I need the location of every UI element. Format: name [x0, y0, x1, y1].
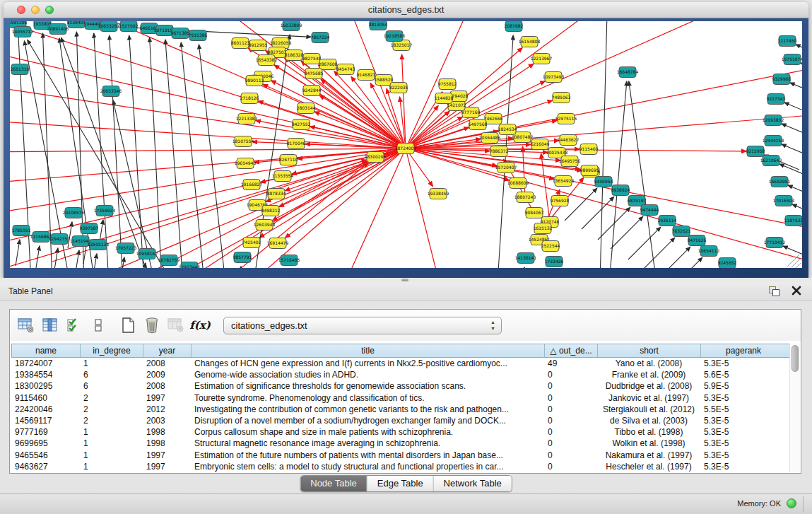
row-height-button[interactable] — [88, 315, 109, 336]
table-vertical-scrollbar[interactable] — [789, 344, 800, 472]
graph-node-label: 8427552 — [292, 122, 311, 127]
black-edge[interactable] — [565, 188, 597, 221]
table-row[interactable]: 946362711997Embryonic stem cells: a mode… — [11, 461, 791, 472]
delete-table-button[interactable] — [165, 315, 187, 336]
black-edge[interactable] — [782, 124, 802, 139]
close-panel-icon[interactable] — [791, 285, 802, 296]
table-toolbar: f(x) citations_edges.txt ▲▼ — [10, 310, 801, 341]
black-edge[interactable] — [582, 197, 614, 229]
float-panel-icon[interactable] — [769, 286, 779, 296]
table-selector-combobox[interactable]: citations_edges.txt ▲▼ — [223, 317, 502, 334]
network-canvas-svg[interactable]: 8601123891295518226058982750316543382818… — [10, 21, 802, 268]
cell-pr: 5.3E-5 — [700, 358, 785, 369]
red-edge[interactable] — [406, 148, 802, 233]
black-edge[interactable] — [609, 81, 627, 268]
black-edge[interactable] — [237, 267, 241, 268]
tab-node-table[interactable]: Node Table — [300, 476, 367, 491]
black-edge[interactable] — [611, 216, 643, 249]
black-edge[interactable] — [35, 246, 40, 268]
show-columns-button[interactable] — [40, 315, 61, 336]
red-edge[interactable] — [285, 148, 406, 191]
black-edge[interactable] — [165, 40, 183, 268]
window-titlebar[interactable]: citations_edges.txt — [4, 2, 808, 18]
tab-edge-table[interactable]: Edge Table — [367, 476, 434, 491]
column-header-title[interactable]: title — [192, 344, 545, 357]
black-edge[interactable] — [782, 144, 802, 159]
black-edge[interactable] — [199, 45, 225, 268]
node-table: name in_degree year title △ out_de... sh… — [11, 344, 791, 472]
table-row[interactable]: 946554611997Estimation of the future num… — [11, 450, 791, 461]
table-row[interactable]: 1456911722003Disruption of a novel membe… — [11, 415, 791, 426]
network-canvas[interactable]: 8601123891295518226058982750316543382818… — [10, 21, 802, 268]
column-header-out-degree[interactable]: △ out_de... — [545, 344, 598, 357]
tab-network-table[interactable]: Network Table — [434, 476, 512, 491]
new-column-button[interactable] — [117, 315, 139, 336]
graph-node-label: 9827503 — [268, 49, 287, 54]
column-header-year[interactable]: year — [143, 344, 192, 357]
function-builder-button[interactable]: f(x) — [189, 315, 211, 336]
cell-in: 1 — [80, 461, 143, 472]
black-edge[interactable] — [629, 81, 657, 268]
table-row[interactable]: 911546021997Tourette syndrome. Phenomeno… — [11, 392, 791, 404]
black-edge[interactable] — [600, 21, 607, 268]
delete-column-button[interactable] — [141, 315, 163, 336]
table-panel-title: Table Panel — [8, 286, 53, 296]
column-header-in-degree[interactable]: in_degree — [81, 344, 143, 357]
black-edge[interactable] — [783, 246, 802, 261]
graph-node-label: 2867608 — [319, 62, 338, 66]
cell-title: Changes of HCN gene expression and I(f) … — [191, 358, 544, 369]
graph-node-label: 19218586 — [384, 33, 406, 38]
graph-node-label: 20053346 — [100, 88, 122, 93]
red-edge[interactable] — [406, 148, 441, 268]
scrollbar-thumb[interactable] — [792, 345, 799, 372]
black-edge[interactable] — [598, 207, 630, 240]
black-edge[interactable] — [150, 37, 162, 268]
fx-icon: f(x) — [189, 319, 211, 332]
red-edge[interactable] — [10, 148, 406, 216]
table-row[interactable]: 2242004622012Investigating the contribut… — [11, 404, 791, 415]
red-edge[interactable] — [10, 85, 406, 148]
red-edge[interactable] — [10, 148, 406, 152]
graph-node-label: 10688609 — [507, 180, 529, 185]
cell-year: 1997 — [143, 461, 191, 472]
graph-node-label: 1117450 — [778, 38, 797, 43]
cell-pr: 5.3E-5 — [700, 438, 785, 449]
black-edge[interactable] — [75, 250, 79, 268]
black-edge[interactable] — [784, 103, 802, 117]
black-edge[interactable] — [129, 35, 144, 268]
graph-node-label: 14136141 — [515, 255, 537, 260]
table-row[interactable]: 1872400712008Changes of HCN gene express… — [11, 358, 791, 369]
cell-year: 2009 — [143, 369, 191, 380]
cell-pr: 5.6E-5 — [700, 369, 785, 380]
column-header-pagerank[interactable]: pagerank — [701, 344, 786, 357]
graph-node-label: 1588520 — [375, 77, 394, 82]
cell-short: Dudbridge et al. (2008) — [597, 380, 700, 392]
red-edge[interactable] — [10, 148, 406, 247]
table-row[interactable]: 1830029562008Estimation of significance … — [11, 380, 791, 392]
select-columns-button[interactable] — [64, 315, 85, 336]
table-selector-value: citations_edges.txt — [231, 320, 307, 331]
black-edge[interactable] — [54, 248, 58, 268]
graph-node-label: 15720407 — [495, 165, 517, 170]
table-row[interactable]: 969969511998Structural magnetic resonanc… — [11, 438, 791, 449]
black-edge[interactable] — [642, 238, 675, 268]
black-edge[interactable] — [93, 254, 97, 268]
graph-node-label: 2087682 — [505, 23, 524, 28]
cell-pr: 5.9E-5 — [700, 380, 785, 392]
column-header-short[interactable]: short — [598, 344, 701, 357]
table-row[interactable]: 977716911998Corpus callosum shape and si… — [11, 426, 791, 438]
table-row[interactable]: 1938455462009Genome-wide association stu… — [11, 369, 791, 380]
table-mode-button[interactable] — [16, 315, 37, 336]
cell-short: de Silva et al. (2003) — [597, 415, 700, 426]
black-edge[interactable] — [628, 227, 661, 259]
column-header-name[interactable]: name — [12, 344, 81, 357]
red-edge[interactable] — [406, 148, 433, 186]
cell-in: 6 — [80, 380, 143, 392]
black-edge[interactable] — [16, 240, 20, 266]
black-edge[interactable] — [520, 267, 524, 268]
splitter-handle[interactable] — [401, 279, 408, 281]
graph-node-label: 9084067 — [525, 210, 544, 215]
black-edge[interactable] — [790, 83, 802, 98]
app-root: { "window": { "title": "citations_edges.… — [0, 0, 812, 514]
cell-short: Wolkin et al. (1998) — [597, 438, 700, 449]
